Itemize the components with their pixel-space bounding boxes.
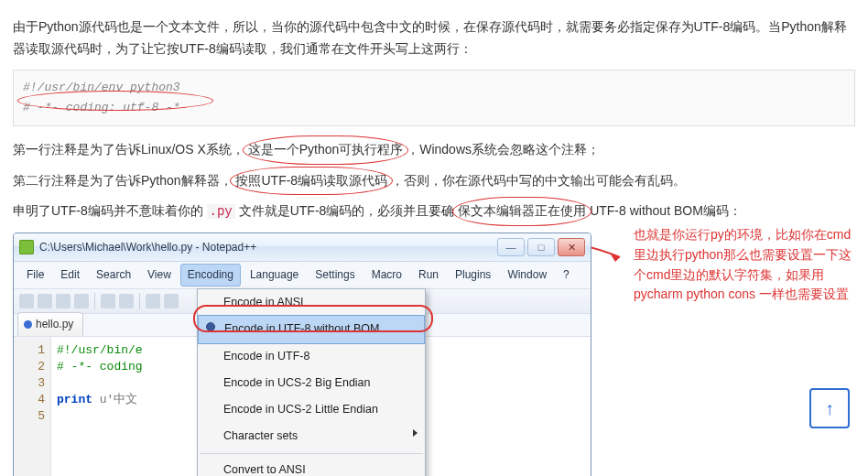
toolbar-icon[interactable] [119,294,134,308]
encoding-option-utf8[interactable]: Encode in UTF-8 [198,343,425,370]
red-annotation-text: 也就是你运行py的环境，比如你在cmd里边执行python那么也需要设置一下这个… [634,225,853,305]
toolbar-icon[interactable] [19,294,34,308]
convert-option-ansi[interactable]: Convert to ANSI [198,457,425,476]
menu-edit[interactable]: Edit [53,264,87,286]
code-block-header-lines: #!/usr/bin/env python3 # -*- coding: utf… [13,70,855,126]
notepadpp-window: C:\Users\Michael\Work\hello.py - Notepad… [13,233,591,476]
window-title: C:\Users\Michael\Work\hello.py - Notepad… [39,238,492,256]
highlight-editor-using: 保文本编辑器正在使用 [458,200,586,222]
radio-selected-icon [206,322,215,331]
toolbar-icon[interactable] [164,294,179,308]
close-button[interactable]: ✕ [558,238,585,256]
menu-view[interactable]: View [140,264,179,286]
maximize-button[interactable]: □ [527,238,555,256]
inline-code-py: .py [207,204,235,219]
notepadpp-figure: 也就是你运行py的环境，比如你在cmd里边执行python那么也需要设置一下这个… [13,233,855,476]
minimize-button[interactable]: — [497,238,525,256]
highlight-executable: 这是一个Python可执行程序 [248,139,404,161]
encoding-option-ucs2le[interactable]: Encode in UCS-2 Little Endian [198,396,425,423]
toolbar-icon[interactable] [74,294,89,308]
highlight-utf8-read: 按照UTF-8编码读取源代码 [235,170,387,192]
toolbar-icon[interactable] [101,294,115,308]
file-tab[interactable]: hello.py [17,312,83,335]
menu-help[interactable]: ? [556,264,577,286]
encoding-option-charsets[interactable]: Character sets [198,423,425,449]
menu-window[interactable]: Window [500,264,554,286]
menu-language[interactable]: Language [243,264,306,286]
app-icon [19,240,34,254]
encoding-option-ansi[interactable]: Encode in ANSI [198,289,425,316]
menu-macro[interactable]: Macro [364,264,409,286]
code-line-1: #!/usr/bin/env python3 [23,78,845,98]
submenu-arrow-icon [413,429,418,437]
file-modified-dot-icon [24,320,32,329]
menu-plugins[interactable]: Plugins [448,264,498,286]
menu-encoding[interactable]: Encoding [180,264,241,286]
menu-search[interactable]: Search [89,264,138,286]
toolbar-icon[interactable] [56,294,71,308]
toolbar-icon[interactable] [146,294,160,308]
encoding-dropdown: Encode in ANSI Encode in UTF-8 without B… [197,288,426,476]
menu-run[interactable]: Run [411,264,446,286]
line-number-gutter: 1 2 3 4 5 [14,337,51,476]
scroll-to-top-button[interactable]: ↑ [809,388,850,428]
menu-settings[interactable]: Settings [308,264,362,286]
encoding-option-utf8-nobom[interactable]: Encode in UTF-8 without BOM [198,315,425,343]
menu-separator [200,453,423,454]
encoding-option-ucs2be[interactable]: Encode in UCS-2 Big Endian [198,370,425,396]
paragraph-2: 第一行注释是为了告诉Linux/OS X系统， 这是一个Python可执行程序 … [13,139,855,161]
intro-paragraph: 由于Python源代码也是一个文本文件，所以，当你的源代码中包含中文的时候，在保… [13,16,855,60]
paragraph-4: 申明了UTF-8编码并不意味着你的 .py 文件就是UTF-8编码的，必须并且要… [13,200,855,223]
menu-file[interactable]: File [19,264,51,286]
toolbar-icon[interactable] [38,294,52,308]
window-titlebar: C:\Users\Michael\Work\hello.py - Notepad… [14,233,591,262]
paragraph-3: 第二行注释是为了告诉Python解释器， 按照UTF-8编码读取源代码 ，否则，… [13,170,855,192]
code-line-2: # -*- coding: utf-8 -*- [23,98,845,118]
menu-bar: File Edit Search View Encoding Language … [14,262,591,288]
